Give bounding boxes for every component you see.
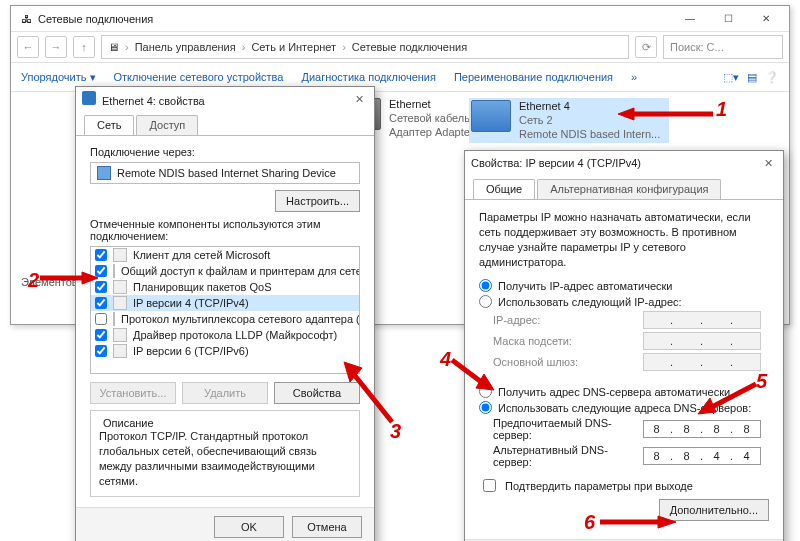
component-label: Клиент для сетей Microsoft <box>133 249 270 261</box>
component-checkbox[interactable] <box>95 281 107 293</box>
component-icon <box>113 296 127 310</box>
breadcrumb[interactable]: 🖥 ›Панель управления ›Сеть и Интернет ›С… <box>101 35 629 59</box>
connection-ethernet4[interactable]: Ethernet 4 Сеть 2 Remote NDIS based Inte… <box>469 98 669 143</box>
ip-auto-label: Получить IP-адрес автоматически <box>498 280 672 292</box>
subnet-mask-field: ... <box>643 332 761 350</box>
tab-access[interactable]: Доступ <box>136 115 198 135</box>
dns-auto-label: Получить адрес DNS-сервера автоматически <box>498 386 730 398</box>
component-label: IP версии 6 (TCP/IPv6) <box>133 345 249 357</box>
dialog-title: Ethernet 4: свойства <box>102 95 205 107</box>
nav-back-button[interactable]: ← <box>17 36 39 58</box>
ip-manual-radio[interactable] <box>479 295 492 308</box>
adapter-icon <box>471 100 511 132</box>
component-label: Планировщик пакетов QoS <box>133 281 272 293</box>
connection-name: Ethernet 4 <box>519 100 660 114</box>
organize-menu[interactable]: Упорядочить ▾ <box>21 71 96 84</box>
dns-alternate-label: Альтернативный DNS-сервер: <box>493 444 643 468</box>
connection-device: Remote NDIS based Intern... <box>519 128 660 142</box>
component-label: Драйвер протокола LLDP (Майкрософт) <box>133 329 337 341</box>
ip-auto-radio[interactable] <box>479 279 492 292</box>
nic-icon <box>97 166 111 180</box>
view-icons-button[interactable]: ⬚▾ <box>723 71 739 84</box>
component-icon <box>113 312 115 326</box>
breadcrumb-item[interactable]: Панель управления <box>135 41 236 53</box>
confirm-on-exit-label: Подтвердить параметры при выходе <box>505 480 693 492</box>
tab-network[interactable]: Сеть <box>84 115 134 135</box>
connection-status: Сеть 2 <box>519 114 660 128</box>
breadcrumb-item[interactable]: Сетевые подключения <box>352 41 467 53</box>
nav-forward-button[interactable]: → <box>45 36 67 58</box>
minimize-button[interactable]: — <box>671 7 709 31</box>
component-icon <box>113 264 115 278</box>
component-icon <box>113 328 127 342</box>
search-placeholder: Поиск: С... <box>670 41 724 53</box>
search-input[interactable]: Поиск: С... <box>663 35 783 59</box>
ip-address-label: IP-адрес: <box>493 314 643 326</box>
component-icon <box>113 248 127 262</box>
component-icon <box>113 280 127 294</box>
ethernet-properties-dialog: Ethernet 4: свойства ✕ Сеть Доступ Подкл… <box>75 86 375 541</box>
rename-button[interactable]: Переименование подключения <box>454 71 613 83</box>
device-box: Remote NDIS based Internet Sharing Devic… <box>90 162 360 184</box>
gateway-field: ... <box>643 353 761 371</box>
components-label: Отмеченные компоненты используются этим … <box>90 218 360 242</box>
ip-address-field: ... <box>643 311 761 329</box>
diagnose-button[interactable]: Диагностика подключения <box>301 71 435 83</box>
device-name: Remote NDIS based Internet Sharing Devic… <box>117 167 336 179</box>
confirm-on-exit-checkbox[interactable] <box>483 479 496 492</box>
help-button[interactable]: ❔ <box>765 71 779 84</box>
component-label: Общий доступ к файлам и принтерам для се… <box>121 265 360 277</box>
component-checkbox[interactable] <box>95 329 107 341</box>
annotation-4: 4 <box>440 348 451 371</box>
component-label: IP версии 4 (TCP/IPv4) <box>133 297 249 309</box>
maximize-button[interactable]: ☐ <box>709 7 747 31</box>
cancel-button[interactable]: Отмена <box>292 516 362 538</box>
close-button[interactable]: ✕ <box>350 91 368 107</box>
configure-button[interactable]: Настроить... <box>275 190 360 212</box>
dns-auto-radio[interactable] <box>479 385 492 398</box>
window-title: Сетевые подключения <box>38 13 153 25</box>
connect-via-label: Подключение через: <box>90 146 360 158</box>
properties-button[interactable]: Свойства <box>274 382 360 404</box>
dns-alternate-field[interactable]: 8. 8. 4. 4 <box>643 447 761 465</box>
ip-manual-label: Использовать следующий IP-адрес: <box>498 296 682 308</box>
disable-device-button[interactable]: Отключение сетевого устройства <box>114 71 284 83</box>
toolbar-overflow[interactable]: » <box>631 71 637 83</box>
nav-up-button[interactable]: ↑ <box>73 36 95 58</box>
dns-preferred-label: Предпочитаемый DNS-сервер: <box>493 417 643 441</box>
close-button[interactable]: ✕ <box>759 155 777 171</box>
breadcrumb-item[interactable]: Сеть и Интернет <box>251 41 336 53</box>
tab-general[interactable]: Общие <box>473 179 535 199</box>
network-icon: 🖧 <box>21 13 32 25</box>
gateway-label: Основной шлюз: <box>493 356 643 368</box>
component-checkbox[interactable] <box>95 297 107 309</box>
component-checkbox[interactable] <box>95 265 107 277</box>
component-checkbox[interactable] <box>95 249 107 261</box>
component-label: Протокол мультиплексора сетевого адаптер… <box>121 313 360 325</box>
tab-alt-config[interactable]: Альтернативная конфигурация <box>537 179 721 199</box>
close-button[interactable]: ✕ <box>747 7 785 31</box>
components-list[interactable]: Клиент для сетей Microsoft Общий доступ … <box>90 246 360 374</box>
dns-manual-radio[interactable] <box>479 401 492 414</box>
dialog-icon <box>82 91 96 105</box>
subnet-mask-label: Маска подсети: <box>493 335 643 347</box>
ipv4-properties-dialog: Свойства: IP версии 4 (TCP/IPv4) ✕ Общие… <box>464 150 784 541</box>
ip-description: Параметры IP можно назначать автоматичес… <box>479 210 769 269</box>
annotation-3: 3 <box>390 420 401 443</box>
advanced-button[interactable]: Дополнительно... <box>659 499 769 521</box>
component-icon <box>113 344 127 358</box>
component-ipv4[interactable]: IP версии 4 (TCP/IPv4) <box>91 295 359 311</box>
install-button[interactable]: Установить... <box>90 382 176 404</box>
dialog-title: Свойства: IP версии 4 (TCP/IPv4) <box>471 157 641 169</box>
refresh-button[interactable]: ⟳ <box>635 36 657 58</box>
dns-preferred-field[interactable]: 8. 8. 8. 8 <box>643 420 761 438</box>
component-checkbox[interactable] <box>95 345 107 357</box>
view-details-button[interactable]: ▤ <box>747 71 757 84</box>
dns-manual-label: Использовать следующие адреса DNS-сервер… <box>498 402 751 414</box>
description-label: Описание <box>99 417 158 429</box>
component-checkbox[interactable] <box>95 313 107 325</box>
description-text: Протокол TCP/IP. Стандартный протокол гл… <box>99 429 351 488</box>
ok-button[interactable]: OK <box>214 516 284 538</box>
uninstall-button[interactable]: Удалить <box>182 382 268 404</box>
